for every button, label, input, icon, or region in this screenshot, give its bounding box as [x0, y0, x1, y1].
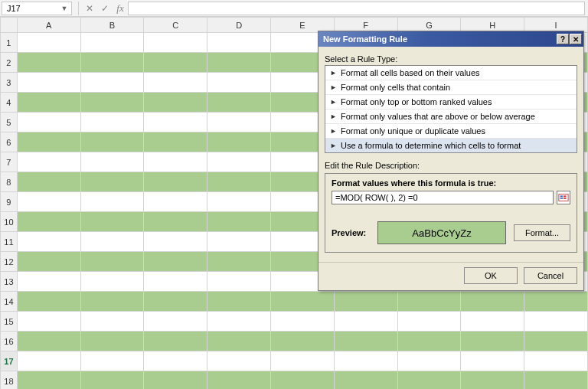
cell[interactable]: [397, 371, 461, 390]
row-header[interactable]: 15: [1, 312, 18, 332]
row-header[interactable]: 4: [1, 93, 18, 113]
cell[interactable]: [144, 132, 207, 152]
cell[interactable]: [144, 371, 207, 390]
row-header[interactable]: 16: [1, 332, 18, 351]
cell[interactable]: [80, 172, 144, 192]
cell[interactable]: [17, 312, 80, 332]
cell[interactable]: [461, 292, 524, 312]
cell[interactable]: [80, 252, 144, 272]
cell[interactable]: [144, 212, 207, 232]
row-header[interactable]: 10: [1, 212, 18, 232]
column-header[interactable]: A: [17, 18, 80, 33]
cell[interactable]: [207, 371, 271, 390]
cell[interactable]: [17, 192, 80, 212]
row-header[interactable]: 7: [1, 152, 18, 172]
row-header[interactable]: 5: [1, 113, 18, 132]
rule-type-item[interactable]: ►Format only unique or duplicate values: [325, 124, 577, 139]
cell[interactable]: [271, 332, 335, 351]
dialog-titlebar[interactable]: New Formatting Rule ? ✕: [318, 31, 583, 47]
cell[interactable]: [17, 93, 80, 113]
row-header[interactable]: 12: [1, 252, 18, 272]
rule-type-item[interactable]: ►Use a formula to determine which cells …: [325, 139, 577, 152]
cell[interactable]: [271, 371, 335, 390]
cell[interactable]: [17, 332, 80, 351]
cell[interactable]: [17, 371, 80, 390]
name-box-dropdown-icon[interactable]: ▼: [60, 5, 68, 12]
rule-type-item[interactable]: ►Format only cells that contain: [325, 80, 577, 95]
column-header[interactable]: D: [207, 18, 271, 33]
cell[interactable]: [207, 292, 271, 312]
enter-formula-icon[interactable]: ✓: [97, 2, 113, 15]
cell[interactable]: [144, 33, 207, 53]
row-header[interactable]: 11: [1, 232, 18, 252]
cell[interactable]: [144, 73, 207, 93]
row-header[interactable]: 8: [1, 172, 18, 192]
cell[interactable]: [524, 351, 588, 371]
cell[interactable]: [397, 332, 461, 351]
cell[interactable]: [207, 132, 271, 152]
name-box[interactable]: ▼: [2, 2, 72, 15]
insert-function-icon[interactable]: fx: [113, 2, 128, 15]
cell[interactable]: [17, 272, 80, 292]
ok-button[interactable]: OK: [464, 267, 518, 284]
cell[interactable]: [80, 292, 144, 312]
select-all-corner[interactable]: [1, 18, 18, 33]
cell[interactable]: [80, 53, 144, 73]
cell[interactable]: [207, 113, 271, 132]
cell[interactable]: [80, 33, 144, 53]
row-header[interactable]: 6: [1, 132, 18, 152]
cell[interactable]: [17, 292, 80, 312]
cell[interactable]: [80, 212, 144, 232]
cancel-button[interactable]: Cancel: [524, 267, 577, 284]
row-header[interactable]: 9: [1, 192, 18, 212]
cell[interactable]: [144, 252, 207, 272]
cell[interactable]: [80, 332, 144, 351]
cell[interactable]: [17, 351, 80, 371]
cell[interactable]: [17, 152, 80, 172]
cell[interactable]: [207, 152, 271, 172]
cell[interactable]: [144, 172, 207, 192]
cell[interactable]: [271, 351, 335, 371]
row-header[interactable]: 13: [1, 272, 18, 292]
rule-type-item[interactable]: ►Format only values that are above or be…: [325, 110, 577, 124]
cell[interactable]: [271, 292, 335, 312]
rule-type-item[interactable]: ►Format only top or bottom ranked values: [325, 95, 577, 110]
cell[interactable]: [397, 292, 461, 312]
column-header[interactable]: C: [144, 18, 207, 33]
cell[interactable]: [17, 232, 80, 252]
formula-input-field[interactable]: [332, 191, 554, 204]
format-button[interactable]: Format...: [514, 224, 570, 241]
row-header[interactable]: 2: [1, 53, 18, 73]
cell[interactable]: [207, 73, 271, 93]
cell[interactable]: [144, 232, 207, 252]
cell[interactable]: [207, 252, 271, 272]
cell[interactable]: [207, 172, 271, 192]
rule-type-list[interactable]: ►Format all cells based on their values►…: [325, 65, 577, 153]
cell[interactable]: [80, 73, 144, 93]
cell[interactable]: [397, 351, 461, 371]
cell[interactable]: [144, 292, 207, 312]
cell[interactable]: [17, 113, 80, 132]
cell[interactable]: [80, 351, 144, 371]
cell[interactable]: [524, 292, 588, 312]
cell[interactable]: [144, 351, 207, 371]
cell[interactable]: [80, 113, 144, 132]
cell[interactable]: [334, 332, 397, 351]
cell[interactable]: [207, 332, 271, 351]
cell[interactable]: [334, 312, 397, 332]
cell[interactable]: [461, 371, 524, 390]
cell[interactable]: [17, 33, 80, 53]
cell[interactable]: [144, 312, 207, 332]
cell[interactable]: [334, 371, 397, 390]
cell[interactable]: [17, 252, 80, 272]
dialog-close-icon[interactable]: ✕: [570, 34, 582, 44]
cell[interactable]: [144, 113, 207, 132]
cell[interactable]: [461, 351, 524, 371]
cell[interactable]: [207, 212, 271, 232]
cell[interactable]: [207, 232, 271, 252]
cell[interactable]: [144, 93, 207, 113]
cell[interactable]: [17, 132, 80, 152]
cell[interactable]: [17, 73, 80, 93]
cell[interactable]: [207, 192, 271, 212]
cell[interactable]: [144, 192, 207, 212]
